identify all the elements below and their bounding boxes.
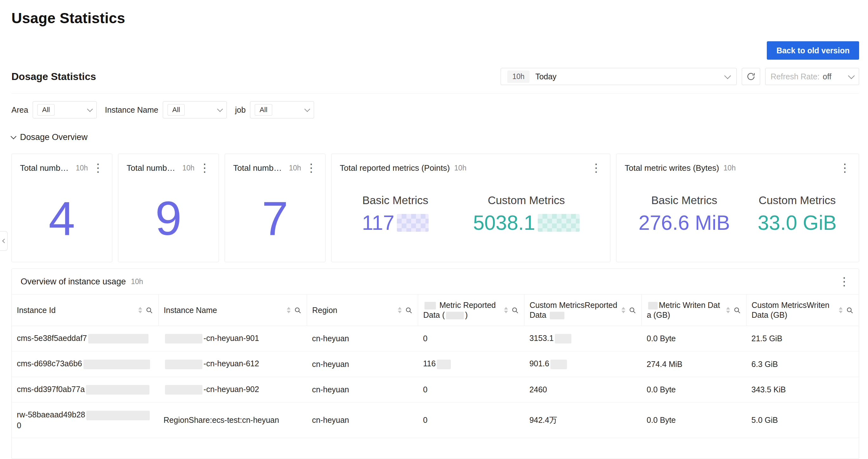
card-head: Total number of 10h ⋮ [127, 162, 210, 174]
text-segment: ) [465, 311, 468, 319]
redacted-block [86, 411, 150, 420]
column-header-inner: Metric Writen Data (GB) [647, 300, 741, 320]
sort-icon[interactable] [504, 307, 508, 313]
column-header: Custom MetricsWriten Data (GB) [746, 294, 859, 326]
text-segment: 343.5 KiB [751, 385, 786, 394]
table-cell: RegionShare:ecs-test:cn-heyuan [159, 402, 307, 438]
filter-select[interactable]: All [250, 101, 314, 118]
table-cell: 942.4万 [524, 402, 642, 438]
text-segment: 0 [423, 385, 427, 394]
text-segment: cn-heyuan [312, 385, 349, 394]
text-segment: Custom MetricsReported Data [529, 300, 617, 319]
table-cell: 0 [418, 402, 524, 438]
search-icon[interactable] [145, 306, 153, 314]
mosaic-redacted-block [538, 214, 580, 232]
dosage-overview-toggle[interactable]: Dosage Overview [11, 132, 88, 142]
redacted-block [88, 334, 149, 343]
text-segment: cms-d698c73a6b6 [17, 359, 82, 368]
section-title: Dosage Statistics [11, 71, 96, 83]
page-header: Usage Statistics [0, 0, 868, 27]
sort-icon[interactable] [726, 307, 730, 313]
column-label: Metric Reported Data () [423, 300, 501, 320]
text-segment: 2460 [529, 385, 547, 394]
card-head: Total number of 10h ⋮ [233, 162, 317, 174]
sort-icon[interactable] [398, 307, 402, 313]
metric: Custom Metrics 5038.1 [473, 194, 580, 234]
time-range-select[interactable]: 10h Today [501, 68, 737, 85]
refresh-icon [746, 72, 756, 81]
main-content: Back to old version Dosage Statistics 10… [0, 41, 868, 459]
text-segment: cms-dd397f0ab77a [17, 385, 85, 394]
table-cell: 0 [418, 377, 524, 402]
table-cell: 0.0 Byte [642, 326, 746, 351]
chevron-down-icon [87, 106, 93, 112]
search-icon[interactable] [846, 306, 854, 314]
metric-label: Basic Metrics [639, 194, 730, 207]
column-header: Metric Writen Data (GB) [642, 294, 746, 326]
table-header-row: Instance Id Instance Name Region [12, 294, 859, 326]
text-segment: 0 [423, 415, 427, 424]
chevron-down-icon [10, 133, 16, 139]
filter-value: All [255, 104, 272, 116]
text-segment: 0.0 Byte [647, 415, 676, 424]
table-cell: -cn-heyuan-901 [159, 326, 307, 351]
time-range-tag: 10h [507, 70, 529, 83]
table-head: Overview of instance usage 10h ⋮ [12, 269, 859, 294]
filter-label: Instance Name [105, 105, 158, 115]
back-to-old-version-button[interactable]: Back to old version [767, 41, 859, 60]
text-segment: 942.4万 [529, 415, 557, 424]
metric-value-text: 117 [362, 211, 394, 234]
section-header-row: Dosage Statistics 10h Today Refresh Rate… [11, 68, 859, 94]
redacted-block [555, 334, 571, 343]
text-segment: 901.6 [529, 359, 550, 368]
column-label: Metric Writen Data (GB) [647, 300, 723, 320]
instance-usage-table: Instance Id Instance Name Region [12, 294, 859, 438]
redacted-block [425, 302, 436, 310]
card-head: Total metric writes (Bytes) 10h ⋮ [625, 162, 850, 174]
kebab-menu-button[interactable]: ⋮ [92, 162, 104, 174]
table-cell: cms-d698c73a6b6 [12, 351, 159, 377]
refresh-rate-select[interactable]: Refresh Rate: off [765, 68, 859, 85]
collapse-handle[interactable] [0, 231, 8, 251]
table-cell: rw-58baeaad49b280 [12, 402, 159, 438]
redacted-block [446, 312, 464, 319]
text-segment: cms-5e38f5aeddaf7 [17, 334, 87, 343]
redacted-block [437, 360, 451, 369]
metric-label: Custom Metrics [757, 194, 837, 207]
redacted-block [550, 312, 564, 319]
card-metrics-row: Basic Metrics 117 Custom Metrics 5038.1 [340, 194, 602, 234]
column-header-inner: Region [312, 305, 413, 315]
filter-group: Area All [11, 101, 97, 118]
kebab-menu-button[interactable]: ⋮ [838, 276, 850, 287]
card-head: Total reported metrics (Points) 10h ⋮ [340, 162, 602, 174]
kebab-menu-button[interactable]: ⋮ [199, 162, 210, 174]
search-icon[interactable] [294, 306, 302, 314]
sort-icon[interactable] [839, 307, 843, 313]
table-cell: cn-heyuan [307, 351, 418, 377]
card-title: Total number of [127, 163, 178, 173]
sort-icon[interactable] [138, 307, 142, 313]
search-icon[interactable] [733, 306, 741, 314]
card-title: Total number of [20, 163, 71, 173]
text-segment: 0.0 Byte [647, 385, 676, 394]
sort-icon[interactable] [621, 307, 625, 313]
kebab-menu-button[interactable]: ⋮ [306, 162, 317, 174]
search-icon[interactable] [628, 306, 637, 314]
card-head: Total number of 10h ⋮ [20, 162, 104, 174]
card-time-tag: 10h [76, 164, 88, 172]
filter-value: All [37, 104, 55, 116]
filter-select[interactable]: All [163, 101, 227, 118]
text-segment: 0.0 Byte [647, 334, 676, 343]
refresh-button[interactable] [742, 68, 760, 85]
redacted-block [84, 360, 150, 369]
kebab-menu-button[interactable]: ⋮ [590, 162, 602, 174]
sort-icon[interactable] [287, 307, 290, 313]
search-icon[interactable] [405, 306, 413, 314]
metric-value-text: 276.6 MiB [639, 211, 730, 234]
search-icon[interactable] [511, 306, 519, 314]
filter-label: job [235, 105, 246, 115]
text-segment: -cn-heyuan-901 [204, 334, 259, 343]
card-time-tag: 10h [182, 164, 194, 172]
kebab-menu-button[interactable]: ⋮ [839, 162, 850, 174]
filter-select[interactable]: All [33, 101, 97, 118]
